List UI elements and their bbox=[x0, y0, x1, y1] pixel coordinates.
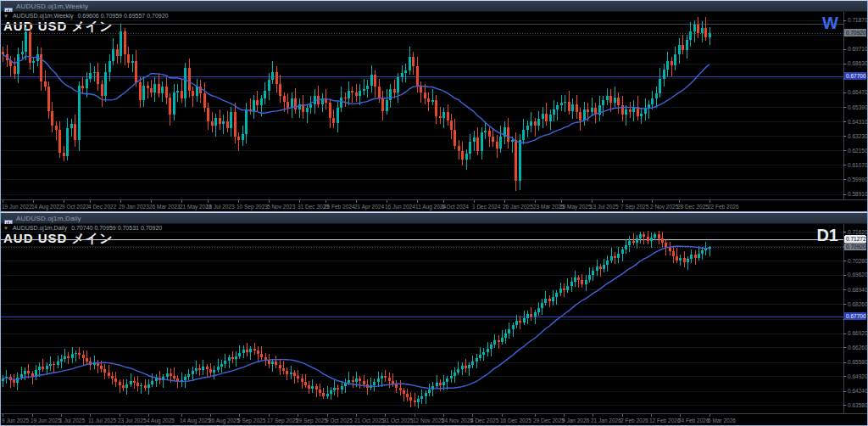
svg-text:0.70920: 0.70920 bbox=[846, 244, 866, 249]
svg-text:4 Dec 2022: 4 Dec 2022 bbox=[88, 204, 117, 210]
svg-text:1 Jul 2025: 1 Jul 2025 bbox=[59, 418, 85, 423]
daily-header-ohlc: 0.70740 0.70959 0.70531 0.70920 bbox=[71, 225, 162, 231]
svg-text:0.66920: 0.66920 bbox=[848, 330, 867, 336]
svg-text:26 Mar 2023: 26 Mar 2023 bbox=[149, 204, 181, 210]
svg-text:5 Nov 2023: 5 Nov 2023 bbox=[267, 204, 296, 210]
svg-text:31 Oct 2025: 31 Oct 2025 bbox=[383, 418, 414, 423]
daily-ohlc-header: ▼ AUDUSD.oj1m,Daily 0.70740 0.70959 0.70… bbox=[3, 225, 162, 231]
svg-text:6 Mar 2026: 6 Mar 2026 bbox=[708, 418, 736, 423]
svg-text:24 Nov 2025: 24 Nov 2025 bbox=[442, 418, 473, 423]
svg-text:0.67700: 0.67700 bbox=[846, 73, 866, 79]
svg-text:0.63580: 0.63580 bbox=[848, 402, 867, 408]
svg-text:29 Dec 2025: 29 Dec 2025 bbox=[533, 418, 565, 423]
chart-window-icon[interactable] bbox=[4, 215, 13, 221]
svg-text:6 Oct 2024: 6 Oct 2024 bbox=[442, 204, 469, 210]
svg-text:26 Aug 2025: 26 Aug 2025 bbox=[209, 418, 240, 424]
svg-text:10 Sep 2023: 10 Sep 2023 bbox=[236, 204, 268, 210]
svg-text:0.71870: 0.71870 bbox=[848, 17, 867, 23]
svg-text:7 Sep 2025: 7 Sep 2025 bbox=[620, 204, 649, 210]
terminal-workspace: AUDUSD.oj1m,Weekly AUD USD メイン 0.718700.… bbox=[0, 0, 868, 426]
weekly-window-titlebar[interactable]: AUDUSD.oj1m,Weekly bbox=[1, 1, 867, 12]
daily-chart-canvas[interactable]: 0.716200.702800.696200.689400.682600.669… bbox=[1, 224, 867, 425]
chart-window-weekly: AUDUSD.oj1m,Weekly AUD USD メイン 0.718700.… bbox=[0, 0, 868, 212]
svg-text:25 Feb 2024: 25 Feb 2024 bbox=[324, 204, 355, 210]
svg-text:0.64240: 0.64240 bbox=[848, 388, 867, 394]
daily-timeframe-badge: D1 bbox=[816, 227, 838, 244]
svg-text:21 Apr 2024: 21 Apr 2024 bbox=[354, 204, 384, 210]
svg-text:0.69620: 0.69620 bbox=[848, 272, 867, 277]
svg-text:0.71620: 0.71620 bbox=[848, 229, 867, 235]
svg-text:23 Jul 2025: 23 Jul 2025 bbox=[118, 418, 147, 423]
weekly-chart-body: AUD USD メイン 0.718700.697100.686300.66470… bbox=[1, 12, 867, 210]
svg-text:2 Nov 2025: 2 Nov 2025 bbox=[650, 204, 679, 210]
svg-text:11 Jul 2025: 11 Jul 2025 bbox=[88, 418, 117, 423]
svg-text:0.64310: 0.64310 bbox=[848, 119, 867, 125]
svg-text:1 Dec 2024: 1 Dec 2024 bbox=[472, 204, 501, 210]
weekly-timeframe-badge: W bbox=[822, 14, 838, 31]
svg-text:0.58910: 0.58910 bbox=[848, 191, 867, 197]
svg-text:16 Jul 2023: 16 Jul 2023 bbox=[206, 204, 235, 210]
weekly-ohlc-header: ▼ AUDUSD.oj1m,Weekly 0.69606 0.70959 0.6… bbox=[3, 13, 168, 19]
svg-text:0.63230: 0.63230 bbox=[848, 133, 867, 139]
svg-text:0.69710: 0.69710 bbox=[848, 46, 867, 52]
daily-window-titlebar[interactable]: AUDUSD.oj1m,Daily bbox=[1, 213, 867, 224]
svg-text:0.68260: 0.68260 bbox=[848, 301, 867, 307]
chart-window-icon[interactable] bbox=[4, 3, 13, 9]
svg-text:24 Feb 2026: 24 Feb 2026 bbox=[678, 418, 709, 423]
weekly-header-symbol: AUDUSD.oj1m,Weekly bbox=[13, 13, 73, 19]
weekly-window-title: AUDUSD.oj1m,Weekly bbox=[16, 3, 88, 10]
daily-window-title: AUDUSD.oj1m,Daily bbox=[16, 215, 81, 222]
svg-text:4 Aug 2025: 4 Aug 2025 bbox=[147, 418, 175, 424]
daily-header-symbol: AUDUSD.oj1m,Daily bbox=[13, 225, 67, 231]
svg-text:0.67700: 0.67700 bbox=[846, 313, 866, 319]
svg-text:0.70280: 0.70280 bbox=[848, 258, 867, 264]
svg-text:0.65580: 0.65580 bbox=[848, 359, 867, 365]
svg-text:0.61070: 0.61070 bbox=[848, 162, 867, 168]
svg-text:0.59990: 0.59990 bbox=[848, 177, 867, 182]
svg-text:14 Aug 2022: 14 Aug 2022 bbox=[31, 204, 63, 210]
svg-text:9 Oct 2022: 9 Oct 2022 bbox=[62, 204, 89, 210]
svg-text:0.64920: 0.64920 bbox=[848, 373, 867, 379]
svg-text:4 Dec 2025: 4 Dec 2025 bbox=[470, 418, 499, 423]
svg-text:17 Sep 2025: 17 Sep 2025 bbox=[267, 418, 298, 424]
svg-text:0.68630: 0.68630 bbox=[848, 60, 867, 66]
svg-text:0.66470: 0.66470 bbox=[848, 89, 867, 95]
svg-text:26 Jan 2025: 26 Jan 2025 bbox=[503, 204, 533, 210]
svg-text:12 Nov 2025: 12 Nov 2025 bbox=[413, 418, 444, 423]
svg-text:18 May 2025: 18 May 2025 bbox=[559, 204, 592, 210]
svg-text:0.66260: 0.66260 bbox=[848, 345, 867, 350]
svg-text:29 Jan 2023: 29 Jan 2023 bbox=[119, 204, 149, 210]
svg-text:21 Jan 2026: 21 Jan 2026 bbox=[591, 418, 621, 423]
svg-text:5 Sep 2025: 5 Sep 2025 bbox=[237, 418, 266, 424]
weekly-header-ohlc: 0.69606 0.70959 0.69557 0.70920 bbox=[77, 13, 168, 19]
svg-text:0.65390: 0.65390 bbox=[848, 104, 867, 110]
svg-text:19 Jun 2025: 19 Jun 2025 bbox=[31, 418, 61, 423]
svg-text:16 Jun 2024: 16 Jun 2024 bbox=[385, 204, 415, 210]
svg-text:0.70920: 0.70920 bbox=[846, 30, 866, 36]
svg-text:22 Feb 2026: 22 Feb 2026 bbox=[708, 204, 739, 210]
svg-text:9 Oct 2025: 9 Oct 2025 bbox=[326, 418, 353, 423]
svg-text:0.62150: 0.62150 bbox=[848, 148, 867, 154]
svg-text:13 Jul 2025: 13 Jul 2025 bbox=[590, 204, 619, 210]
weekly-chart-canvas[interactable]: 0.718700.697100.686300.664700.653900.643… bbox=[1, 12, 867, 211]
chart-window-daily: AUDUSD.oj1m,Daily AUD USD メイン 0.716200.7… bbox=[0, 212, 868, 426]
svg-text:12 Feb 2026: 12 Feb 2026 bbox=[649, 418, 681, 423]
svg-text:28 Dec 2025: 28 Dec 2025 bbox=[677, 204, 709, 210]
symbol-dropdown-icon[interactable]: ▼ bbox=[3, 14, 8, 19]
svg-text:14 Aug 2025: 14 Aug 2025 bbox=[180, 418, 211, 424]
svg-text:9 Jan 2026: 9 Jan 2026 bbox=[562, 418, 590, 423]
svg-text:16 Dec 2025: 16 Dec 2025 bbox=[500, 418, 531, 423]
svg-text:2 Feb 2026: 2 Feb 2026 bbox=[620, 418, 648, 423]
svg-text:21 Oct 2025: 21 Oct 2025 bbox=[354, 418, 385, 423]
svg-text:9 Jun 2025: 9 Jun 2025 bbox=[2, 418, 30, 423]
symbol-dropdown-icon[interactable]: ▼ bbox=[3, 226, 8, 231]
svg-text:19 Jun 2022: 19 Jun 2022 bbox=[2, 204, 32, 210]
svg-text:0.68940: 0.68940 bbox=[848, 287, 867, 293]
svg-text:29 Sep 2025: 29 Sep 2025 bbox=[296, 418, 327, 424]
svg-text:0.71272: 0.71272 bbox=[846, 236, 866, 242]
daily-chart-body: AUD USD メイン 0.716200.702800.696200.68940… bbox=[1, 224, 867, 424]
